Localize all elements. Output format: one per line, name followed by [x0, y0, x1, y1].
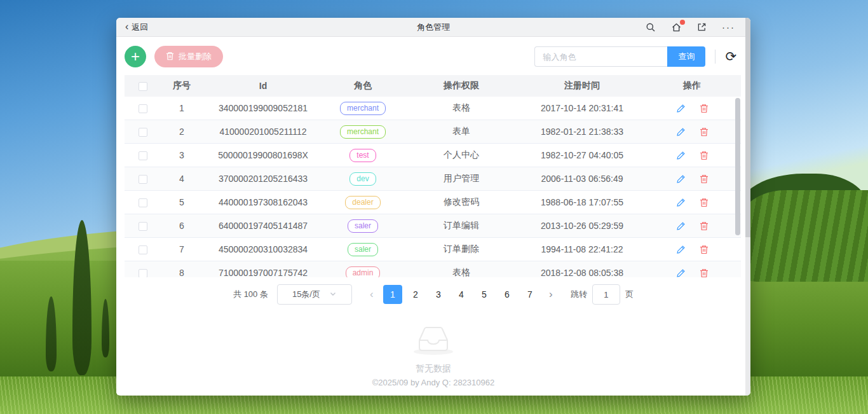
external-link-icon[interactable] — [697, 22, 707, 32]
page-size-select[interactable]: 15条/页 — [277, 284, 352, 305]
row-checkbox[interactable] — [139, 198, 147, 207]
row-permission: 表单 — [402, 126, 521, 137]
empty-text: 暂无数据 — [416, 363, 451, 375]
row-id: 640000197405141487 — [202, 221, 324, 231]
window-scrollbar-track[interactable] — [745, 18, 750, 396]
header-role: 角色 — [324, 80, 402, 92]
edit-icon[interactable] — [676, 245, 686, 254]
select-all-checkbox[interactable] — [139, 82, 147, 91]
row-permission: 个人中心 — [402, 149, 521, 161]
edit-icon[interactable] — [676, 198, 686, 207]
table-row: 4 370000201205216433 dev 用户管理 2006-11-03… — [125, 167, 741, 191]
back-label: 返回 — [132, 22, 148, 33]
empty-box-icon — [407, 316, 459, 358]
delete-icon[interactable] — [700, 268, 709, 278]
edit-icon[interactable] — [676, 221, 686, 231]
pagination: 共 100 条 15条/页 ‹ 1 2 3 4 5 6 7 › 跳转 页 — [116, 283, 750, 306]
edit-icon[interactable] — [676, 127, 686, 137]
row-id: 440000197308162043 — [202, 197, 324, 207]
back-button[interactable]: ‹ 返回 — [125, 22, 148, 33]
page-button[interactable]: 7 — [520, 285, 539, 304]
query-button[interactable]: 查询 — [667, 46, 705, 67]
page-button[interactable]: 3 — [429, 285, 448, 304]
header-id: Id — [202, 81, 324, 91]
row-index: 6 — [161, 221, 202, 231]
app-window: ‹ 返回 角色管理 ··· + — [116, 18, 750, 396]
app-footer: ©2025/09 by Andy Q: 282310962 — [116, 378, 750, 395]
row-permission: 修改密码 — [402, 197, 521, 208]
toolbar: + 批量删除 查询 ⟳ — [116, 37, 750, 75]
header-index: 序号 — [161, 80, 202, 92]
divider — [715, 50, 715, 64]
more-icon[interactable]: ··· — [722, 25, 735, 29]
empty-state: 暂无数据 — [116, 316, 750, 375]
row-id: 370000201205216433 — [202, 174, 324, 184]
chevron-left-icon: ‹ — [125, 22, 128, 32]
row-checkbox[interactable] — [139, 245, 147, 254]
row-index: 8 — [161, 268, 202, 277]
row-checkbox[interactable] — [139, 222, 147, 231]
delete-icon[interactable] — [700, 104, 709, 113]
page-button[interactable]: 4 — [452, 285, 471, 304]
row-index: 5 — [161, 197, 202, 207]
pagination-total: 共 100 条 — [233, 289, 268, 300]
page-button[interactable]: 5 — [475, 285, 494, 304]
row-checkbox[interactable] — [139, 151, 147, 160]
delete-icon[interactable] — [700, 245, 709, 254]
delete-icon[interactable] — [700, 174, 709, 184]
row-index: 7 — [161, 244, 202, 254]
row-permission: 表格 — [402, 102, 521, 114]
role-badge: admin — [346, 266, 381, 278]
home-icon[interactable] — [671, 22, 682, 32]
table-row: 7 450000200310032834 saler 订单删除 1994-11-… — [125, 238, 741, 261]
row-time: 1988-06-18 17:07:55 — [521, 197, 643, 207]
delete-icon[interactable] — [700, 221, 709, 231]
page-button[interactable]: 1 — [383, 285, 402, 304]
batch-delete-label: 批量删除 — [179, 51, 212, 62]
row-permission: 订单编辑 — [402, 220, 521, 231]
table-scrollbar-thumb[interactable] — [735, 98, 740, 235]
add-button[interactable]: + — [125, 46, 146, 67]
row-checkbox[interactable] — [139, 104, 147, 113]
row-index: 1 — [161, 103, 202, 113]
row-permission: 用户管理 — [402, 173, 521, 184]
header-time: 注册时间 — [521, 80, 643, 92]
page-button[interactable]: 2 — [406, 285, 425, 304]
role-badge: dealer — [345, 196, 380, 209]
page-size-value: 15条/页 — [292, 289, 320, 300]
row-id: 50000019900801698X — [202, 150, 324, 160]
delete-icon[interactable] — [700, 151, 709, 160]
table-body: 1 340000199009052181 merchant 表格 2017-10… — [125, 97, 741, 277]
role-badge: saler — [348, 243, 378, 256]
role-badge: merchant — [340, 125, 386, 139]
row-time: 1982-01-21 21:38:33 — [521, 127, 643, 137]
row-id: 340000199009052181 — [202, 103, 324, 113]
edit-icon[interactable] — [676, 151, 686, 160]
table-row: 6 640000197405141487 saler 订单编辑 2013-10-… — [125, 214, 741, 238]
delete-icon[interactable] — [700, 127, 709, 137]
search-icon[interactable] — [646, 22, 656, 32]
search-input[interactable] — [534, 46, 667, 67]
role-badge: dev — [349, 172, 376, 186]
edit-icon[interactable] — [676, 174, 686, 184]
jump-page-input[interactable] — [592, 284, 620, 305]
page-button[interactable]: 6 — [498, 285, 517, 304]
row-checkbox[interactable] — [139, 269, 147, 277]
table-row: 5 440000197308162043 dealer 修改密码 1988-06… — [125, 191, 741, 214]
row-index: 4 — [161, 174, 202, 184]
next-page-button[interactable]: › — [541, 285, 560, 304]
window-scrollbar-thumb[interactable] — [745, 18, 750, 237]
row-checkbox[interactable] — [139, 175, 147, 184]
edit-icon[interactable] — [676, 104, 686, 113]
refresh-icon[interactable]: ⟳ — [725, 50, 736, 63]
row-time: 2018-12-08 08:05:38 — [521, 268, 643, 277]
batch-delete-button[interactable]: 批量删除 — [154, 46, 223, 67]
notification-dot — [680, 20, 685, 25]
role-badge: saler — [348, 219, 378, 233]
prev-page-button[interactable]: ‹ — [362, 285, 381, 304]
row-index: 3 — [161, 150, 202, 160]
row-time: 2006-11-03 06:56:49 — [521, 174, 643, 184]
row-checkbox[interactable] — [139, 128, 147, 137]
delete-icon[interactable] — [700, 198, 709, 207]
edit-icon[interactable] — [676, 268, 686, 278]
